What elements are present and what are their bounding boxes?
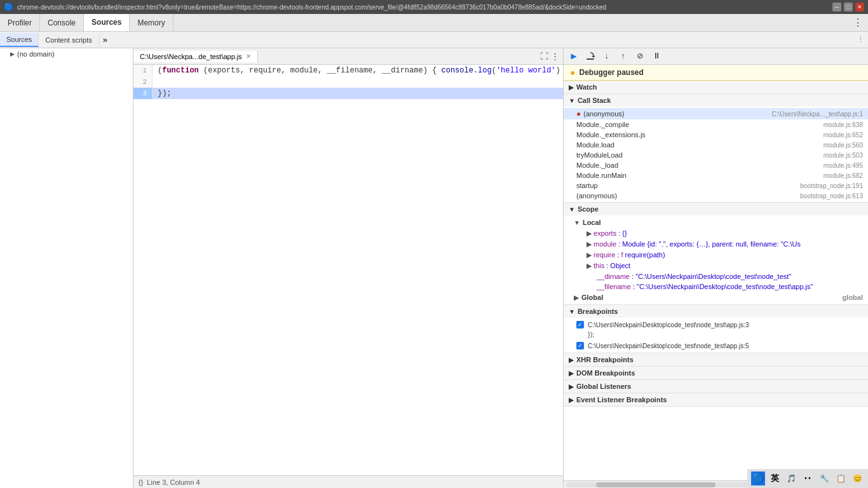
xhr-breakpoints-section[interactable]: ▶ XHR Breakpoints [564, 353, 868, 367]
topbar-more-icon[interactable]: ⋮ [848, 17, 868, 29]
callstack-item-1[interactable]: Module._compile module.js:638 [564, 119, 868, 130]
scope-dirname: __dirname : "C:\Users\Neckpain\Desktop\c… [564, 271, 868, 281]
watch-section-label: Watch [576, 83, 597, 91]
callstack-item-3[interactable]: Module.load module.js:560 [564, 140, 868, 150]
tree-item-label: (no domain) [17, 50, 55, 58]
global-listeners-arrow-icon: ▶ [569, 383, 574, 390]
subtab-sources[interactable]: Sources [0, 33, 39, 47]
file-tree-panel: ▶ (no domain) [0, 48, 133, 488]
callstack-section: ▼ Call Stack ●(anonymous) C:\Users\Neckp… [564, 94, 868, 203]
callstack-item-7[interactable]: startup bootstrap_node.js:191 [564, 180, 868, 191]
callstack-section-header[interactable]: ▼ Call Stack [564, 94, 868, 107]
main-layout: Sources Content scripts » ⋮ ▶ (no domain… [0, 32, 868, 488]
subtab-content-scripts[interactable]: Content scripts [39, 34, 98, 46]
taskbar-circle-icon[interactable]: 🔵 [751, 471, 765, 485]
scope-filename: __filename : "C:\Users\Neckpain\Desktop\… [564, 281, 868, 292]
status-position-text: Line 3, Column 4 [147, 478, 200, 486]
debugger-status-dot: ● [570, 67, 575, 78]
status-curly-icon: {} [139, 478, 143, 486]
global-listeners-label: Global Listeners [576, 383, 631, 390]
code-editor[interactable]: 1 (function (exports, require, module, _… [133, 65, 563, 475]
subtab-menu-icon[interactable]: ⋮ [853, 36, 868, 44]
breakpoint-code-0: }); [564, 330, 868, 340]
taskbar-clipboard-icon[interactable]: 📋 [834, 471, 848, 485]
editor-expand-icon[interactable]: ⛶ [540, 51, 548, 61]
dom-breakpoints-section[interactable]: ▶ DOM Breakpoints [564, 367, 868, 380]
minimize-button[interactable]: ─ [832, 3, 841, 11]
step-out-button[interactable]: ↑ [617, 50, 630, 63]
global-listeners-section[interactable]: ▶ Global Listeners [564, 380, 868, 393]
breakpoint-item-0: ✓ C:\Users\Neckpain\Desktop\code_test\no… [564, 319, 868, 330]
watch-section: ▶ Watch [564, 81, 868, 94]
status-bar: {} Line 3, Column 4 [133, 475, 563, 488]
maximize-button[interactable]: □ [844, 3, 853, 11]
xhr-arrow-icon: ▶ [569, 356, 574, 363]
callstack-item-5[interactable]: Module._load module.js:495 [564, 160, 868, 170]
scope-module[interactable]: ▶ module : Module {id: ".", exports: {…}… [564, 239, 868, 250]
breakpoints-section: ▼ Breakpoints ✓ C:\Users\Neckpain\Deskto… [564, 305, 868, 353]
editor-more-icon[interactable]: ⋮ [551, 51, 559, 61]
subtab-more-icon[interactable]: » [99, 35, 111, 44]
line-number-2: 2 [133, 76, 153, 88]
watch-section-header[interactable]: ▶ Watch [564, 81, 868, 93]
taskbar-emoji-icon[interactable]: 😊 [850, 471, 864, 485]
taskbar-music-icon[interactable]: 🎵 [784, 471, 798, 485]
xhr-section-label: XHR Breakpoints [576, 356, 634, 363]
event-listener-arrow-icon: ▶ [569, 396, 574, 403]
callstack-item-4[interactable]: tryModuleLoad module.js:503 [564, 150, 868, 160]
taskbar-wrench-icon[interactable]: 🔧 [817, 471, 831, 485]
content-area: ▶ (no domain) C:\Users\Neckpa...de_test\… [0, 48, 868, 488]
scope-this[interactable]: ▶ this : Object [564, 261, 868, 271]
scope-global-arrow: ▶ [574, 294, 579, 301]
taskbar-dots-icon[interactable]: •• [801, 471, 815, 485]
scope-body: ▼ Local ▶ exports : {} ▶ module : Module… [564, 215, 868, 304]
active-frame-dot: ● [576, 109, 581, 118]
scope-exports[interactable]: ▶ exports : {} [564, 228, 868, 239]
code-line-2: 2 [133, 76, 563, 88]
tab-console[interactable]: Console [40, 14, 84, 31]
breakpoint-checkbox-1[interactable]: ✓ [576, 342, 584, 349]
breakpoints-arrow-icon: ▼ [569, 308, 575, 315]
scope-section-header[interactable]: ▼ Scope [564, 203, 868, 215]
debugger-panel: ▶ ↓ ↑ ⊘ ⏸ ● Debugger paused [563, 48, 868, 488]
tab-sources[interactable]: Sources [84, 14, 130, 31]
editor-tab-appjs[interactable]: C:\Users\Neckpa...de_test\app.js ✕ [133, 51, 258, 62]
resume-button[interactable]: ▶ [567, 50, 580, 63]
scope-local-header[interactable]: ▼ Local [564, 217, 868, 228]
editor-tab-close-icon[interactable]: ✕ [246, 53, 251, 60]
line-number-1: 1 [133, 65, 153, 76]
callstack-item-6[interactable]: Module.runMain module.js:682 [564, 170, 868, 180]
callstack-item-8[interactable]: (anonymous) bootstrap_node.js:613 [564, 191, 868, 201]
scope-section: ▼ Scope ▼ Local ▶ exports : {} [564, 203, 868, 305]
tab-profiler[interactable]: Profiler [0, 14, 40, 31]
scope-require[interactable]: ▶ require : f require(path) [564, 250, 868, 261]
step-into-button[interactable]: ↓ [600, 50, 613, 63]
system-taskbar: 🔵 英 🎵 •• 🔧 📋 😊 [747, 469, 868, 488]
scope-section-label: Scope [578, 205, 599, 213]
editor-area: C:\Users\Neckpa...de_test\app.js ✕ ⛶ ⋮ 1… [133, 48, 563, 488]
scope-arrow-icon: ▼ [569, 206, 575, 213]
breakpoints-section-label: Breakpoints [578, 308, 618, 315]
taskbar-ime-icon[interactable]: 英 [768, 471, 782, 485]
pause-exceptions-button[interactable]: ⏸ [650, 50, 663, 63]
scope-global-header[interactable]: ▶ Global global [564, 292, 868, 303]
editor-actions: ⛶ ⋮ [536, 51, 563, 61]
tree-item-no-domain[interactable]: ▶ (no domain) [0, 48, 133, 60]
callstack-item-2[interactable]: Module._extensions.js module.js:652 [564, 130, 868, 140]
close-button[interactable]: ✕ [855, 3, 864, 11]
tab-memory[interactable]: Memory [130, 14, 173, 31]
editor-tab-label: C:\Users\Neckpa...de_test\app.js [140, 53, 242, 60]
debugger-content: ● Debugger paused ▶ Watch ▼ Call Stack [564, 65, 868, 480]
breakpoints-section-header[interactable]: ▼ Breakpoints [564, 305, 868, 318]
debugger-status-banner: ● Debugger paused [564, 65, 868, 81]
line-content-1: (function (exports, require, module, __f… [153, 65, 563, 76]
scrollbar-thumb [596, 482, 715, 487]
step-over-button[interactable] [584, 50, 597, 63]
breakpoint-checkbox-0[interactable]: ✓ [576, 321, 584, 329]
event-listener-breakpoints-section[interactable]: ▶ Event Listener Breakpoints [564, 393, 868, 407]
deactivate-breakpoints-button[interactable]: ⊘ [634, 50, 646, 63]
debugger-toolbar: ▶ ↓ ↑ ⊘ ⏸ [564, 48, 868, 65]
sources-subtab-bar: Sources Content scripts » ⋮ [0, 32, 868, 48]
top-tab-bar: Profiler Console Sources Memory ⋮ [0, 14, 868, 32]
callstack-item-0[interactable]: ●(anonymous) C:\Users\Neckpa..._test\app… [564, 108, 868, 119]
